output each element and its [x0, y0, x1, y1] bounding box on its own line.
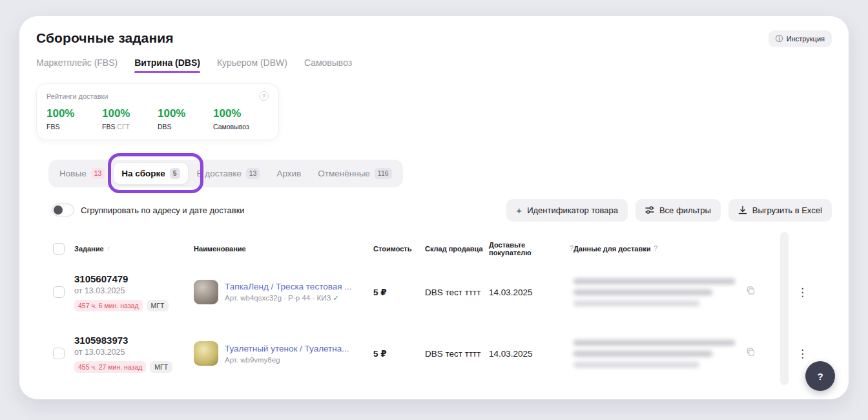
all-filters-button-label: Все фильтры — [659, 205, 711, 215]
table-row: 3105983973 от 13.03.2025 455 ч. 27 мин. … — [36, 323, 832, 384]
page-title: Сборочные задания — [36, 30, 174, 46]
product-thumbnail[interactable] — [194, 341, 218, 366]
product-id-button-label: Идентификатор товара — [527, 205, 618, 215]
rating-value: 100% — [158, 107, 213, 120]
product-thumbnail[interactable] — [194, 280, 218, 304]
header-deliver-by: Доставьте покупателю — [489, 241, 566, 257]
delivery-scheme-tabs: Маркетплейс (FBS) Витрина (DBS) Курьером… — [19, 58, 849, 76]
status-tab-label: В доставке — [197, 169, 242, 178]
status-tab-label: Новые — [59, 169, 87, 178]
status-tab-label: На сборке — [121, 169, 165, 178]
tab-label: Маркетплейс (FBS) — [36, 58, 118, 68]
assembly-tasks-page: Сборочные задания ⓘ Инструкция Маркетпле… — [19, 16, 849, 399]
help-fab-button[interactable]: ? — [805, 361, 835, 391]
delivery-data-help-icon[interactable]: ? — [654, 245, 657, 252]
rating-pickup: 100% Самовывоз — [213, 107, 269, 131]
download-icon — [738, 205, 747, 215]
status-tabs-wrap: Новые 13 На сборке 5 В доставке 13 Архив… — [48, 160, 403, 187]
rating-fbs: 100% FBS — [46, 107, 102, 131]
header-task[interactable]: Задание — [74, 245, 104, 253]
plus-icon: + — [516, 205, 522, 215]
redacted-address-line — [574, 278, 735, 284]
rating-fbs-sgt: 100% FBS СГТ — [102, 107, 158, 131]
mgt-badge: МГТ — [150, 361, 172, 373]
row-checkbox[interactable] — [53, 286, 65, 298]
delivery-data-cell-redacted — [574, 340, 735, 368]
active-tab-underline — [134, 71, 200, 73]
warehouse-cell: DBS тест тттт — [425, 288, 489, 297]
status-tabs: Новые 13 На сборке 5 В доставке 13 Архив… — [48, 160, 403, 187]
row-menu-icon[interactable]: ⋮ — [794, 346, 811, 362]
task-id[interactable]: 3105607479 — [74, 273, 194, 284]
rating-label-main: FBS — [102, 123, 115, 131]
rating-label: Самовывоз — [213, 123, 269, 131]
task-date: от 13.03.2025 — [74, 348, 194, 357]
all-filters-button[interactable]: Все фильтры — [636, 199, 721, 222]
redacted-address-line — [574, 289, 712, 295]
rating-value: 100% — [213, 107, 269, 120]
product-sku: Арт. wb9vmy8eg — [225, 356, 349, 364]
status-tab-new[interactable]: Новые 13 — [52, 163, 112, 184]
header-warehouse: Склад продавца — [425, 245, 483, 253]
delivery-data-cell-redacted — [574, 278, 735, 306]
redacted-address-line — [574, 351, 712, 357]
tab-label: Курьером (DBW) — [217, 58, 287, 68]
export-excel-button[interactable]: Выгрузить в Excel — [728, 199, 832, 222]
tab-marketplace-fbs[interactable]: Маркетплейс (FBS) — [36, 58, 118, 76]
time-ago-badge: 455 ч. 27 мин. назад — [74, 361, 146, 373]
table-row: 3105607479 от 13.03.2025 457 ч. 6 мин. н… — [36, 262, 832, 323]
row-menu-icon[interactable]: ⋮ — [794, 284, 811, 300]
header-price: Стоимость — [373, 245, 412, 253]
tab-pickup[interactable]: Самовывоз — [304, 58, 352, 76]
rating-label: DBS — [158, 123, 213, 131]
redacted-address-line — [574, 300, 699, 306]
tab-courier-dbw[interactable]: Курьером (DBW) — [217, 58, 287, 76]
status-tab-archive[interactable]: Архив — [269, 163, 309, 184]
copy-icon[interactable] — [746, 348, 756, 360]
instruction-button[interactable]: ⓘ Инструкция — [769, 30, 832, 47]
toggle-knob — [54, 205, 63, 215]
delivery-ratings-card: Рейтинги доставки ? 100% FBS 100% FBS СГ… — [36, 83, 279, 140]
deliver-by-cell: 14.03.2025 — [489, 288, 574, 297]
price-cell: 5 ₽ — [373, 287, 425, 297]
product-link[interactable]: ТапкаЛенд / Треска тестовая ... — [225, 282, 352, 291]
product-sku: Арт. wb4qsxc32g · Р-р 44 · КИЗ ✓ — [225, 294, 352, 302]
tab-label: Витрина (DBS) — [134, 58, 200, 68]
tasks-table: Задание ↑ Наименование Стоимость Склад п… — [36, 236, 832, 384]
redacted-address-line — [574, 340, 735, 346]
status-tab-label: Архив — [276, 169, 301, 178]
product-link[interactable]: Туалетный утенок / Туалетна... — [225, 344, 349, 353]
tab-vitrina-dbs[interactable]: Витрина (DBS) — [134, 58, 200, 76]
redacted-address-line — [574, 362, 699, 368]
group-toggle-label: Сгруппировать по адресу и дате доставки — [81, 205, 245, 215]
task-date: от 13.03.2025 — [74, 286, 194, 295]
copy-icon[interactable] — [746, 286, 756, 299]
export-excel-button-label: Выгрузить в Excel — [752, 205, 822, 215]
instruction-button-label: Инструкция — [787, 35, 825, 43]
product-id-button[interactable]: + Идентификатор товара — [506, 199, 628, 222]
tab-label: Самовывоз — [304, 58, 352, 68]
rating-label: FBS — [46, 123, 102, 131]
status-tab-assembling[interactable]: На сборке 5 — [114, 163, 187, 184]
status-tab-cancelled[interactable]: Отменённые 116 — [310, 163, 399, 184]
sort-up-icon[interactable]: ↑ — [107, 245, 110, 252]
toolbar: Сгруппировать по адресу и дате доставки … — [36, 199, 832, 222]
ratings-help-icon[interactable]: ? — [259, 91, 269, 101]
warehouse-cell: DBS тест тттт — [425, 349, 489, 359]
rating-label: FBS СГТ — [102, 123, 158, 131]
status-tab-count: 13 — [246, 168, 260, 179]
product-sku-text: Арт. wb4qsxc32g · Р-р 44 · КИЗ — [225, 294, 331, 302]
header-name: Наименование — [194, 245, 246, 253]
kiz-check-icon: ✓ — [333, 294, 339, 302]
task-id[interactable]: 3105983973 — [74, 335, 194, 346]
status-tab-in-delivery[interactable]: В доставке 13 — [189, 163, 268, 184]
row-checkbox[interactable] — [53, 348, 65, 359]
select-all-checkbox[interactable] — [53, 243, 65, 255]
group-by-address-toggle[interactable] — [52, 204, 74, 216]
status-tab-count: 116 — [375, 168, 392, 179]
rating-value: 100% — [102, 107, 158, 120]
header-delivery-data: Данные для доставки — [574, 245, 650, 253]
table-header-row: Задание ↑ Наименование Стоимость Склад п… — [36, 236, 832, 262]
status-tab-count: 13 — [91, 168, 105, 179]
info-icon: ⓘ — [776, 35, 783, 43]
